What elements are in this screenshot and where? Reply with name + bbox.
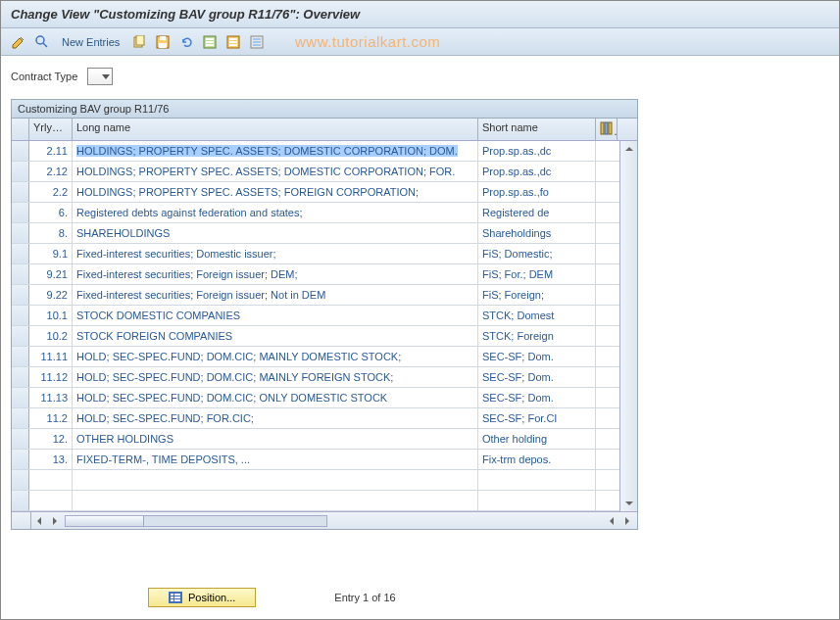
- column-header-shortname[interactable]: Short name: [478, 119, 596, 140]
- cell-yrlys[interactable]: 10.2: [29, 326, 73, 346]
- cell-longname[interactable]: HOLDINGS; PROPERTY SPEC. ASSETS; FOREIGN…: [73, 182, 478, 202]
- cell-shortname[interactable]: Prop.sp.as.,dc: [478, 141, 596, 161]
- cell-longname[interactable]: Fixed-interest securities; Domestic issu…: [73, 244, 478, 263]
- row-selector[interactable]: [12, 141, 29, 161]
- cell-shortname[interactable]: Registered de: [478, 203, 596, 222]
- details-icon[interactable]: [32, 32, 52, 52]
- cell-yrlys[interactable]: 2.12: [29, 162, 73, 181]
- cell-yrlys[interactable]: 2.2: [29, 182, 73, 202]
- cell-longname[interactable]: Fixed-interest securities; Foreign issue…: [73, 285, 478, 305]
- cell-shortname[interactable]: Prop.sp.as.,fo: [478, 182, 596, 202]
- cell-longname[interactable]: STOCK DOMESTIC COMPANIES: [73, 306, 478, 325]
- row-selector[interactable]: [12, 162, 29, 181]
- table-row[interactable]: 6.Registered debts against federation an…: [12, 203, 619, 223]
- table-row[interactable]: 10.2STOCK FOREIGN COMPANIESSTCK; Foreign: [12, 326, 619, 347]
- cell-yrlys[interactable]: 9.1: [29, 244, 73, 263]
- scroll-up-icon[interactable]: [623, 143, 635, 155]
- configure-columns-button[interactable]: [596, 119, 618, 140]
- cell-longname[interactable]: FIXED-TERM-, TIME DEPOSITS, ...: [73, 450, 478, 469]
- table-row[interactable]: 2.2HOLDINGS; PROPERTY SPEC. ASSETS; FORE…: [12, 182, 619, 203]
- table-row[interactable]: 11.12HOLD; SEC-SPEC.FUND; DOM.CIC; MAINL…: [12, 367, 619, 388]
- cell-shortname[interactable]: STCK; Foreign: [478, 326, 596, 346]
- row-selector[interactable]: [12, 306, 29, 325]
- cell-longname[interactable]: Registered debts against federation and …: [73, 203, 478, 222]
- row-selector[interactable]: [12, 203, 29, 222]
- row-selector[interactable]: [12, 450, 29, 469]
- table-row[interactable]: 9.21Fixed-interest securities; Foreign i…: [12, 264, 619, 285]
- cell-shortname[interactable]: SEC-SF; Dom.: [478, 367, 596, 387]
- deselect-all-icon[interactable]: [223, 32, 243, 52]
- select-all-icon[interactable]: [200, 32, 220, 52]
- delimit-icon[interactable]: [247, 32, 267, 52]
- row-selector[interactable]: [12, 429, 29, 449]
- cell-shortname[interactable]: Other holding: [478, 429, 596, 449]
- cell-shortname[interactable]: Shareholdings: [478, 223, 596, 243]
- scroll-right-icon[interactable]: [49, 515, 61, 527]
- cell-shortname[interactable]: Prop.sp.as.,dc: [478, 162, 596, 181]
- cell-longname[interactable]: HOLD; SEC-SPEC.FUND; DOM.CIC; MAINLY DOM…: [73, 347, 478, 366]
- position-button[interactable]: Position...: [148, 588, 256, 607]
- table-row[interactable]: 12.OTHER HOLDINGSOther holding: [12, 429, 619, 450]
- table-row[interactable]: 11.2HOLD; SEC-SPEC.FUND; FOR.CIC;SEC-SF;…: [12, 408, 619, 429]
- copy-icon[interactable]: [129, 32, 149, 52]
- contract-type-dropdown[interactable]: [87, 68, 113, 85]
- change-icon[interactable]: [9, 32, 28, 52]
- cell-yrlys[interactable]: 9.21: [29, 264, 73, 284]
- cell-yrlys[interactable]: 6.: [29, 203, 73, 222]
- cell-yrlys[interactable]: 12.: [29, 429, 73, 449]
- table-row[interactable]: 2.12HOLDINGS; PROPERTY SPEC. ASSETS; DOM…: [12, 162, 619, 182]
- scroll-right2-icon[interactable]: [621, 515, 633, 527]
- row-selector[interactable]: [12, 367, 29, 387]
- cell-longname[interactable]: HOLD; SEC-SPEC.FUND; DOM.CIC; ONLY DOMES…: [73, 388, 478, 407]
- table-row[interactable]: 2.11HOLDINGS; PROPERTY SPEC. ASSETS; DOM…: [12, 141, 619, 162]
- cell-longname[interactable]: Fixed-interest securities; Foreign issue…: [73, 264, 478, 284]
- cell-yrlys[interactable]: 11.2: [29, 408, 73, 428]
- row-selector[interactable]: [12, 264, 29, 284]
- cell-shortname[interactable]: FiS; Foreign;: [478, 285, 596, 305]
- horizontal-scrollbar[interactable]: [12, 511, 637, 529]
- scroll-left-icon[interactable]: [33, 515, 45, 527]
- save-icon[interactable]: [153, 32, 173, 52]
- row-selector[interactable]: [12, 182, 29, 202]
- table-row[interactable]: 8.SHAREHOLDINGSShareholdings: [12, 223, 619, 244]
- new-entries-button[interactable]: New Entries: [56, 36, 125, 48]
- cell-longname[interactable]: STOCK FOREIGN COMPANIES: [73, 326, 478, 346]
- cell-longname[interactable]: OTHER HOLDINGS: [73, 429, 478, 449]
- row-selector[interactable]: [12, 388, 29, 407]
- cell-yrlys[interactable]: 2.11: [29, 141, 73, 161]
- row-selector[interactable]: [12, 244, 29, 263]
- cell-longname[interactable]: HOLD; SEC-SPEC.FUND; DOM.CIC; MAINLY FOR…: [73, 367, 478, 387]
- table-row[interactable]: 11.13HOLD; SEC-SPEC.FUND; DOM.CIC; ONLY …: [12, 388, 619, 408]
- select-all-column[interactable]: [12, 119, 29, 140]
- row-selector[interactable]: [12, 285, 29, 305]
- row-selector[interactable]: [12, 326, 29, 346]
- scroll-down-icon[interactable]: [623, 498, 635, 509]
- cell-shortname[interactable]: SEC-SF; For.CI: [478, 408, 596, 428]
- cell-yrlys[interactable]: 11.12: [29, 367, 73, 387]
- cell-shortname[interactable]: FiS; For.; DEM: [478, 264, 596, 284]
- table-row[interactable]: 13.FIXED-TERM-, TIME DEPOSITS, ...Fix-tr…: [12, 450, 619, 470]
- cell-yrlys[interactable]: 9.22: [29, 285, 73, 305]
- table-row[interactable]: 10.1STOCK DOMESTIC COMPANIESSTCK; Domest: [12, 306, 619, 326]
- table-row[interactable]: 9.22Fixed-interest securities; Foreign i…: [12, 285, 619, 306]
- undo-icon[interactable]: [176, 32, 196, 52]
- cell-shortname[interactable]: STCK; Domest: [478, 306, 596, 325]
- cell-yrlys[interactable]: 11.11: [29, 347, 73, 366]
- table-row[interactable]: 9.1Fixed-interest securities; Domestic i…: [12, 244, 619, 264]
- cell-shortname[interactable]: SEC-SF; Dom.: [478, 388, 596, 407]
- scroll-left2-icon[interactable]: [606, 515, 618, 527]
- table-row[interactable]: 11.11HOLD; SEC-SPEC.FUND; DOM.CIC; MAINL…: [12, 347, 619, 367]
- cell-shortname[interactable]: Fix-trm depos.: [478, 450, 596, 469]
- column-header-yrlys[interactable]: YrlyS...: [29, 119, 73, 140]
- cell-yrlys[interactable]: 10.1: [29, 306, 73, 325]
- cell-longname[interactable]: HOLDINGS; PROPERTY SPEC. ASSETS; DOMESTI…: [73, 162, 478, 181]
- vertical-scrollbar[interactable]: [619, 141, 637, 511]
- row-selector[interactable]: [12, 223, 29, 243]
- column-header-longname[interactable]: Long name: [73, 119, 478, 140]
- row-selector[interactable]: [12, 408, 29, 428]
- cell-yrlys[interactable]: 13.: [29, 450, 73, 469]
- cell-shortname[interactable]: SEC-SF; Dom.: [478, 347, 596, 366]
- cell-shortname[interactable]: FiS; Domestic;: [478, 244, 596, 263]
- row-selector[interactable]: [12, 347, 29, 366]
- cell-yrlys[interactable]: 8.: [29, 223, 73, 243]
